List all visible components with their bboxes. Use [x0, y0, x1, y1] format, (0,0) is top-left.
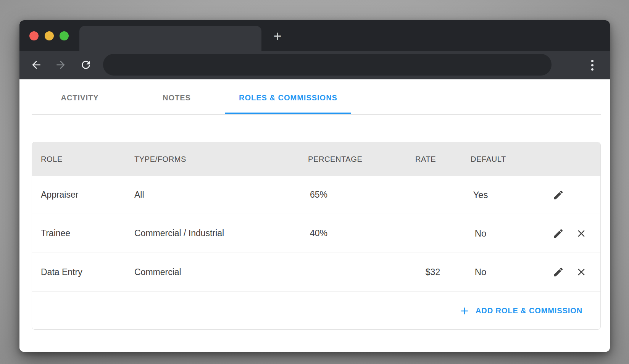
section-tabs: ACTIVITY NOTES ROLES & COMMISSIONS: [19, 79, 610, 115]
delete-icon[interactable]: [576, 266, 587, 278]
browser-window: + ACTIVITY NOTES ROLES & COMMISSIONS: [19, 20, 610, 352]
menu-icon[interactable]: [591, 60, 594, 72]
page-content: ACTIVITY NOTES ROLES & COMMISSIONS ROLE …: [19, 79, 610, 352]
back-icon[interactable]: [30, 59, 42, 71]
browser-tab-strip: +: [19, 20, 610, 51]
table-footer-row: ADD ROLE & COMMISSION: [32, 291, 600, 330]
cell-type-forms: All: [134, 176, 144, 214]
reload-icon[interactable]: [80, 59, 92, 71]
add-role-commission-label: ADD ROLE & COMMISSION: [476, 306, 582, 315]
zoom-window-icon[interactable]: [60, 31, 69, 40]
minimize-window-icon[interactable]: [45, 31, 54, 40]
edit-icon[interactable]: [553, 189, 564, 201]
cell-percentage: 40%: [310, 214, 327, 253]
edit-icon[interactable]: [553, 266, 564, 278]
cell-type-forms: Commercial: [134, 253, 181, 291]
column-header-percentage: PERCENTAGE: [308, 142, 362, 176]
plus-icon: [459, 305, 470, 317]
column-header-rate: RATE: [415, 142, 436, 176]
tab-roles-commissions[interactable]: ROLES & COMMISSIONS: [225, 79, 351, 115]
table-header-row: ROLE TYPE/FORMS PERCENTAGE RATE DEFAULT: [32, 142, 600, 176]
cell-role: Appraiser: [41, 176, 78, 214]
browser-toolbar: [19, 51, 610, 79]
column-header-type-forms: TYPE/FORMS: [134, 142, 186, 176]
delete-icon[interactable]: [576, 228, 587, 239]
close-window-icon[interactable]: [29, 31, 39, 40]
tab-activity[interactable]: ACTIVITY: [58, 79, 102, 115]
cell-percentage: 65%: [310, 176, 327, 214]
tabs-divider: [32, 114, 601, 115]
column-header-role: ROLE: [41, 142, 63, 176]
new-tab-button[interactable]: +: [270, 29, 285, 44]
forward-icon[interactable]: [55, 59, 67, 71]
cell-rate: $32: [410, 253, 456, 291]
cell-default: No: [450, 214, 511, 253]
roles-commissions-table: ROLE TYPE/FORMS PERCENTAGE RATE DEFAULT …: [32, 142, 601, 330]
add-role-commission-button[interactable]: ADD ROLE & COMMISSION: [459, 292, 582, 330]
browser-active-tab[interactable]: [79, 26, 261, 51]
cell-default: No: [450, 253, 511, 291]
address-bar[interactable]: [103, 54, 552, 76]
cell-role: Trainee: [41, 214, 70, 253]
cell-role: Data Entry: [41, 253, 82, 291]
table-row: Appraiser All 65% Yes: [32, 176, 600, 214]
table-row: Data Entry Commercial $32 No: [32, 253, 600, 291]
cell-type-forms: Commercial / Industrial: [134, 214, 224, 253]
tab-notes[interactable]: NOTES: [160, 79, 193, 115]
column-header-default: DEFAULT: [471, 142, 506, 176]
cell-default: Yes: [450, 176, 511, 214]
edit-icon[interactable]: [553, 228, 564, 239]
table-row: Trainee Commercial / Industrial 40% No: [32, 214, 600, 253]
